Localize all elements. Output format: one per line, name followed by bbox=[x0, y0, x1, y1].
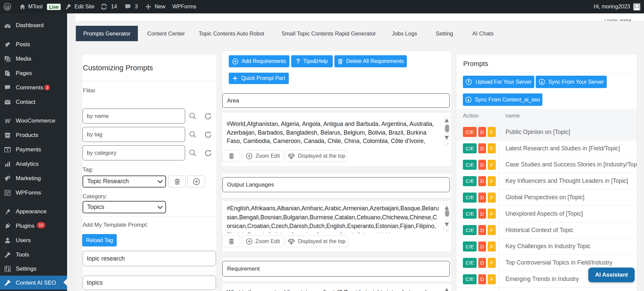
svg-text:W: W bbox=[5, 118, 11, 124]
svg-text:$: $ bbox=[7, 148, 8, 152]
